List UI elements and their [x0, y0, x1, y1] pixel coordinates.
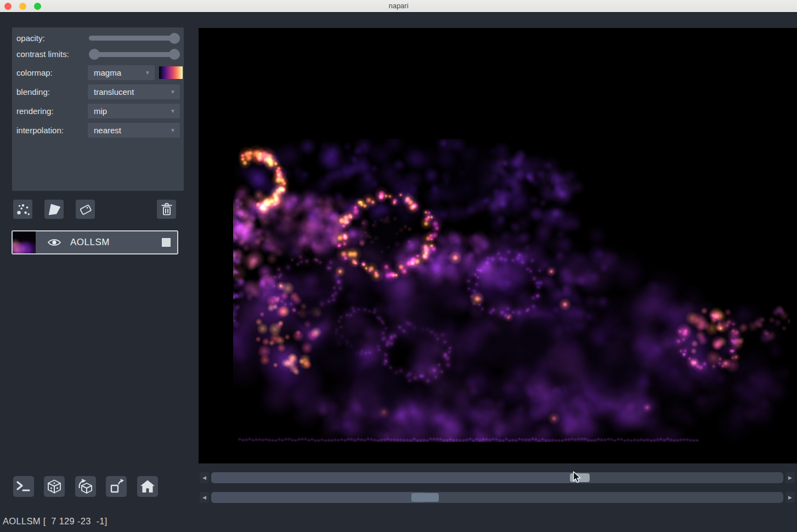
dims-slider-handle-1[interactable]	[411, 493, 439, 502]
slider-right-arrow-button[interactable]: ▶	[785, 492, 795, 503]
dims-slider-axis1: ◀ ▶	[199, 492, 797, 503]
contrast-limits-slider[interactable]	[93, 52, 180, 57]
roll-cube-arrow-icon	[76, 477, 95, 496]
colormap-label: colormap:	[16, 67, 53, 78]
interpolation-label: interpolation:	[16, 125, 64, 136]
napari-window: napari opacity: contrast limits: colorma…	[0, 0, 797, 532]
titlebar: napari	[0, 0, 797, 13]
dims-slider-fill-1	[211, 492, 425, 503]
layer-selection-square[interactable]	[162, 238, 171, 247]
chevron-down-icon: ▼	[170, 84, 176, 99]
rendering-label: rendering:	[16, 106, 54, 117]
layer-controls-panel: opacity: contrast limits: colormap: magm…	[12, 27, 184, 191]
contrast-limits-low-handle[interactable]	[89, 49, 100, 60]
left-arrow-icon: ◀	[202, 475, 206, 480]
rendering-value: mip	[94, 106, 107, 116]
blending-value: translucent	[94, 87, 134, 97]
colormap-value: magma	[94, 68, 121, 77]
trash-icon	[159, 201, 175, 218]
console-button[interactable]	[13, 476, 34, 497]
roll-dimensions-button[interactable]	[75, 476, 96, 497]
points-icon	[15, 201, 31, 218]
dice-3d-icon	[46, 478, 63, 495]
viewer-canvas[interactable]	[199, 28, 797, 463]
blending-label: blending:	[16, 87, 50, 98]
delete-layer-button[interactable]	[157, 200, 176, 219]
rendering-select[interactable]: mip ▼	[88, 104, 180, 118]
layer-name: AOLLSM	[70, 231, 110, 253]
colormap-gradient-swatch	[159, 66, 183, 79]
status-bar-coordinates: AOLLSM [ 7 129 -23 -1]	[3, 516, 108, 527]
home-reset-view-button[interactable]	[137, 476, 158, 497]
slider-right-arrow-button[interactable]: ▶	[785, 472, 795, 483]
labels-tag-icon	[77, 201, 94, 218]
layer-thumbnail	[13, 231, 36, 253]
home-icon	[139, 478, 156, 495]
colormap-select[interactable]: magma ▼	[88, 65, 155, 80]
right-arrow-icon: ▶	[788, 495, 792, 500]
opacity-slider-handle[interactable]	[169, 33, 180, 44]
dims-slider-track-1[interactable]	[211, 492, 783, 503]
chevron-down-icon: ▼	[170, 123, 176, 138]
transpose-dimensions-button[interactable]	[106, 476, 127, 497]
chevron-down-icon: ▼	[170, 104, 176, 118]
transpose-square-arrow-icon	[107, 477, 126, 496]
contrast-limits-high-handle[interactable]	[169, 49, 180, 60]
layer-list-item-aollsm[interactable]: AOLLSM	[12, 230, 178, 254]
right-arrow-icon: ▶	[788, 475, 792, 480]
dims-slider-track-0[interactable]	[211, 472, 783, 483]
slider-left-arrow-button[interactable]: ◀	[200, 492, 209, 503]
new-labels-layer-button[interactable]	[76, 200, 95, 219]
dims-slider-axis0: ◀ ▶	[199, 472, 797, 483]
new-points-layer-button[interactable]	[13, 200, 32, 219]
opacity-slider[interactable]	[89, 36, 180, 41]
interpolation-select[interactable]: nearest ▼	[88, 123, 180, 138]
mouse-cursor	[573, 471, 582, 484]
opacity-label: opacity:	[16, 33, 45, 44]
visibility-eye-icon[interactable]	[47, 236, 61, 248]
chevron-down-icon: ▼	[145, 65, 150, 80]
blending-select[interactable]: translucent ▼	[88, 84, 180, 99]
slider-left-arrow-button[interactable]: ◀	[200, 472, 209, 483]
window-title: napari	[0, 0, 797, 12]
new-shapes-layer-button[interactable]	[44, 200, 64, 219]
ndisplay-toggle-button[interactable]	[44, 476, 65, 497]
console-icon	[15, 478, 32, 495]
shapes-icon	[46, 201, 63, 218]
contrast-limits-label: contrast limits:	[16, 49, 69, 60]
left-arrow-icon: ◀	[202, 495, 206, 500]
interpolation-value: nearest	[94, 126, 121, 135]
dims-slider-fill-0	[211, 472, 580, 483]
